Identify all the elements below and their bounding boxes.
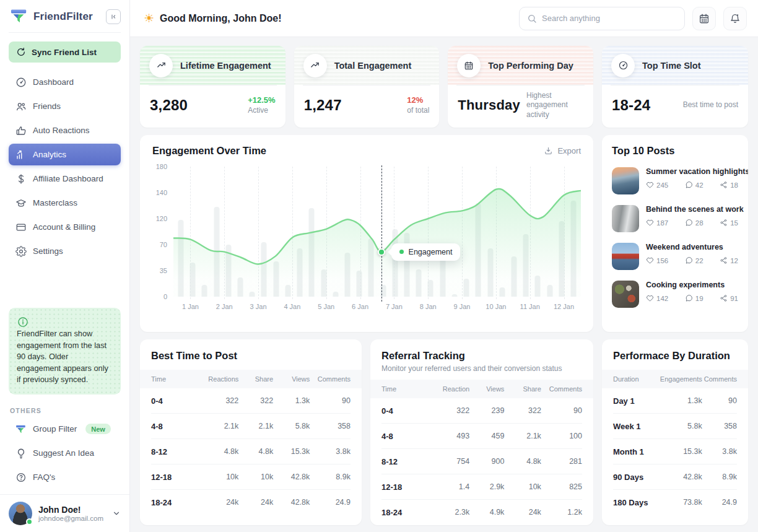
sidebar: FriendFilter Sync Friend List Dashboard … (0, 0, 130, 532)
sidebar-item-label: Settings (33, 246, 63, 256)
calendar-button[interactable] (692, 7, 716, 30)
table-row: 12-181.42.9k10k825 (381, 474, 582, 500)
cell-value: 90 (702, 396, 737, 405)
cell-value: 10k (238, 473, 273, 481)
chart-title: Engagement Over Time (152, 145, 266, 157)
y-tick-label: 70 (160, 241, 167, 248)
friendfilter-logo-icon (10, 9, 28, 25)
cell-value: 8.9k (702, 473, 737, 481)
legend-dot (399, 250, 404, 254)
sidebar-item-account-billing[interactable]: Account & Billing (9, 216, 121, 238)
collapse-sidebar-icon (110, 13, 117, 20)
search-box (519, 7, 685, 30)
row-label: 8-12 (151, 447, 198, 456)
profile-menu[interactable]: John Doe! johndoe@gmail.com (0, 494, 129, 532)
column-header: Views (469, 385, 504, 393)
funnel-icon (15, 423, 27, 435)
sidebar-item-suggest-idea[interactable]: Suggest An Idea (9, 442, 121, 464)
share-count: 12 (730, 257, 738, 264)
table-row: Day 11.3k90 (613, 388, 737, 414)
table-row: 0-43223221.3k90 (151, 388, 351, 414)
stat-title: Lifetime Engagement (180, 61, 271, 71)
sidebar-item-dashboard[interactable]: Dashboard (9, 71, 121, 93)
app-title: FriendFilter (33, 11, 101, 23)
comment-count: 22 (695, 257, 704, 264)
post-thumbnail (612, 205, 639, 232)
stat-title: Total Engagement (334, 61, 412, 71)
sidebar-item-friends[interactable]: Friends (9, 95, 121, 117)
cell-value: 322 (504, 406, 541, 415)
cell-value: 4.8k (504, 457, 541, 466)
x-tick-label: 1 Jan (173, 303, 207, 310)
sidebar-item-group-filter[interactable]: Group Filter New (9, 418, 121, 440)
search-input[interactable] (542, 14, 677, 23)
column-header: Reaction (429, 385, 469, 393)
stat-value: 1,247 (304, 97, 342, 114)
table-subtitle: Monitor your referred users and their co… (381, 364, 582, 373)
sidebar-item-masterclass[interactable]: Masterclass (9, 192, 121, 214)
sidebar-item-analytics[interactable]: Analytics (9, 144, 121, 165)
calendar-icon (457, 54, 481, 77)
friends-icon (15, 100, 27, 112)
sidebar-item-affiliate-dashboard[interactable]: Affiliate Dashboard (9, 168, 121, 190)
bell-icon (730, 13, 741, 24)
table-row: 18-242.3k4.9k24k1.2k (381, 500, 582, 525)
chart-plot[interactable]: Engagement (173, 167, 581, 297)
stat-card-top-time-slot: Top Time Slot 18-24 Best time to post (602, 46, 748, 128)
collapse-sidebar-button[interactable] (106, 9, 121, 24)
cell-value: 459 (469, 432, 504, 440)
search-icon (527, 14, 537, 24)
x-tick-label: 4 Jan (275, 303, 309, 310)
info-note-text: FriendFilter can show engagement from th… (17, 328, 113, 386)
cell-value: 4.8k (238, 447, 273, 456)
sidebar-item-label: FAQ's (33, 473, 55, 482)
cell-value: 493 (429, 432, 469, 440)
chart-tooltip: Engagement (391, 243, 461, 261)
cell-value: 4.8k (198, 447, 239, 456)
x-tick-label: 5 Jan (309, 303, 343, 310)
y-tick-label: 35 (160, 267, 167, 274)
dashboard-content: Lifetime Engagement 3,280 +12.5% Active (130, 37, 758, 532)
y-tick-label: 120 (156, 215, 167, 222)
question-icon (15, 471, 27, 483)
sidebar-item-label: Group Filter (33, 424, 77, 434)
comment-icon (685, 219, 693, 227)
notifications-button[interactable] (723, 7, 747, 30)
sidebar-item-faqs[interactable]: FAQ's (9, 466, 121, 488)
stat-value: Thursday (458, 97, 520, 113)
cell-value: 24.9 (702, 498, 737, 507)
list-item[interactable]: Behind the scenes at work 187 28 15 (612, 205, 738, 232)
list-item[interactable]: Cooking experiments 142 19 91 (612, 281, 738, 308)
performance-by-duration-card: Performace By Duration DurationEngagemen… (602, 339, 748, 525)
greeting: ☀ Good Morning, John Doe! (144, 12, 512, 24)
cell-value: 3.8k (310, 447, 351, 456)
trend-up-icon (149, 54, 173, 77)
like-count: 187 (656, 219, 668, 227)
sidebar-item-settings[interactable]: Settings (9, 240, 121, 262)
cell-value: 2.1k (198, 422, 239, 430)
cell-value: 2.9k (469, 482, 504, 491)
row-label: 8-12 (381, 457, 429, 466)
post-thumbnail (612, 167, 639, 194)
sidebar-others: Group Filter New Suggest An Idea FAQ's (0, 418, 129, 488)
stat-card-total-engagement: Total Engagement 1,247 12% of total (294, 46, 440, 128)
list-item[interactable]: Summer vacation highlights 245 42 18 (612, 167, 738, 194)
x-tick-label: 11 Jan (513, 303, 547, 310)
best-time-to-post-card: Best Time to Post TimeReactionsShareView… (140, 339, 362, 525)
column-header: Views (273, 375, 310, 383)
cell-value: 73.8k (660, 498, 702, 507)
sync-friend-list-button[interactable]: Sync Friend List (9, 41, 121, 63)
x-tick-label: 6 Jan (343, 303, 377, 310)
heart-icon (646, 181, 654, 189)
table-row: 90 Days42.8k8.9k (613, 464, 737, 490)
like-count: 156 (656, 257, 668, 264)
row-label: 18-24 (381, 508, 429, 517)
list-item[interactable]: Weekend adventures 156 22 12 (612, 243, 738, 270)
referral-tracking-card: Referral Tracking Monitor your referred … (370, 339, 593, 525)
comment-count: 28 (695, 219, 704, 227)
export-button[interactable]: Export (544, 146, 581, 155)
cell-value: 8.9k (310, 473, 351, 481)
sidebar-item-auto-reactions[interactable]: Auto Reactions (9, 120, 121, 141)
table-row: 0-432223932290 (381, 398, 582, 424)
cell-value: 10k (504, 482, 541, 491)
